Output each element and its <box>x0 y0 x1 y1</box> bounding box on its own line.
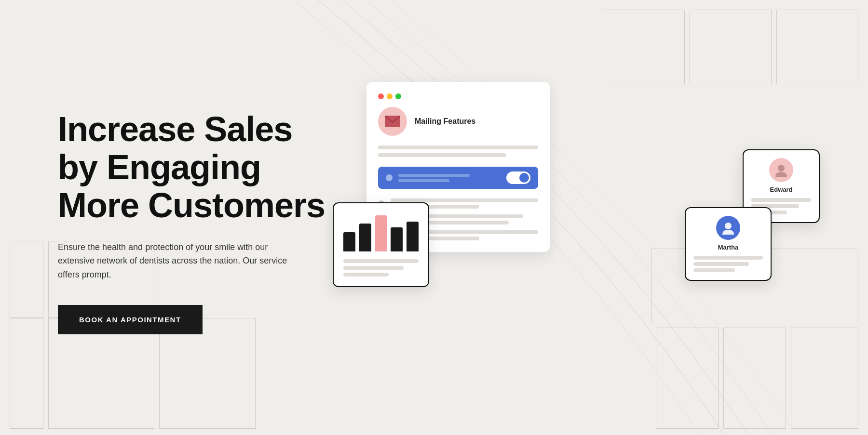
svg-point-1 <box>778 165 785 171</box>
hero-illustration: Mailing Features <box>338 0 810 435</box>
svg-point-2 <box>725 223 732 229</box>
hero-headline: Increase Sales by Engaging More Customer… <box>58 110 338 225</box>
toggle-switch[interactable] <box>506 171 530 184</box>
martha-line-3 <box>693 268 735 272</box>
card-title: Mailing Features <box>415 117 475 126</box>
martha-line-1 <box>693 256 763 260</box>
chart-line-2 <box>343 266 404 270</box>
edward-name: Edward <box>751 186 811 193</box>
bar-2 <box>359 224 371 251</box>
dot-red <box>378 93 384 99</box>
line-1 <box>378 145 538 149</box>
chart-card <box>333 202 429 287</box>
chart-line-1 <box>343 259 419 263</box>
book-appointment-button[interactable]: Book An Appointment <box>58 305 203 334</box>
martha-avatar-icon <box>721 221 735 235</box>
edward-line-1 <box>751 198 811 202</box>
edward-avatar <box>769 158 793 182</box>
chart-bars <box>343 213 419 251</box>
row-line-a <box>391 198 538 202</box>
martha-lines <box>693 256 763 272</box>
line-2 <box>378 153 506 157</box>
martha-card: Martha <box>685 207 772 281</box>
toggle-bar <box>378 167 538 189</box>
hero-subtext: Ensure the health and protection of your… <box>58 240 299 282</box>
bar-1 <box>343 232 355 251</box>
card-lines-top <box>378 145 538 157</box>
chart-lines <box>343 259 419 277</box>
martha-name: Martha <box>693 244 763 251</box>
dot-yellow <box>387 93 393 99</box>
toggle-lines <box>398 174 501 182</box>
bar-3 <box>375 215 387 251</box>
edward-avatar-icon <box>774 163 788 177</box>
dot-green <box>395 93 401 99</box>
toggle-dot-1 <box>386 174 393 181</box>
bar-5 <box>407 222 419 251</box>
window-controls <box>378 93 538 99</box>
mail-icon <box>385 116 400 127</box>
mail-icon-bg <box>378 107 407 136</box>
chart-line-3 <box>343 273 389 277</box>
card-header: Mailing Features <box>378 107 538 136</box>
martha-line-2 <box>693 262 749 266</box>
hero-left-section: Increase Sales by Engaging More Customer… <box>58 101 338 334</box>
bar-4 <box>391 227 403 251</box>
martha-avatar <box>716 216 740 240</box>
